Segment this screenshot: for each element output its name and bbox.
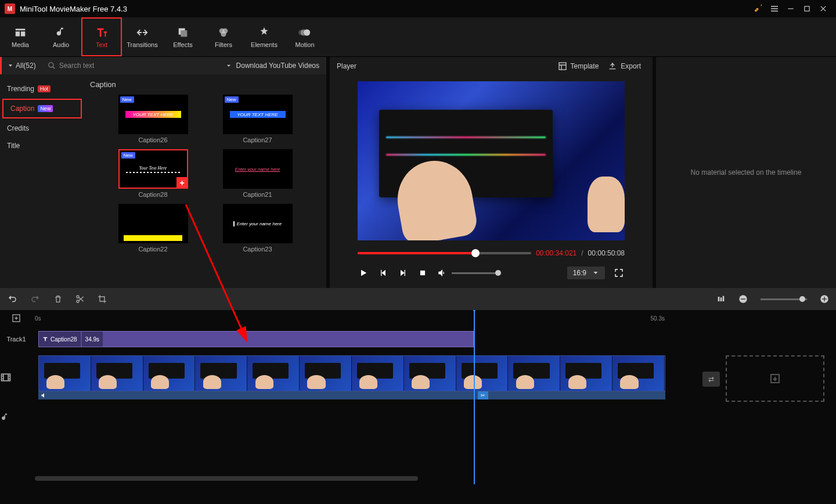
category-list: TrendingHot CaptionNew Credits Title [0, 74, 84, 288]
category-credits[interactable]: Credits [0, 120, 84, 137]
tool-media[interactable]: Media [0, 17, 41, 56]
text-clip-caption28[interactable]: Caption28 34.9s [38, 331, 474, 347]
aspect-ratio-dropdown[interactable]: 16:9 [567, 267, 605, 279]
video-track-icon [0, 372, 33, 383]
minimize-button[interactable] [783, 1, 799, 17]
thumb-caption28[interactable]: New Your Text Here + [118, 149, 188, 189]
tool-motion[interactable]: Motion [284, 17, 325, 56]
playback-scrubber[interactable]: 00:00:34:021 / 00:00:50:08 [358, 246, 625, 260]
current-time: 00:00:34:021 [536, 249, 576, 257]
svg-point-5 [221, 31, 226, 37]
search-input[interactable]: Search text [42, 62, 218, 70]
thumb-caption22[interactable] [118, 204, 188, 243]
svg-rect-18 [741, 298, 745, 299]
track1-label: Track1 [0, 336, 33, 343]
timeline-tick-end: 50.3s [651, 315, 665, 322]
undo-button[interactable] [7, 294, 17, 304]
svg-rect-16 [723, 296, 725, 301]
total-time: 00:00:50:08 [588, 249, 625, 257]
drop-zone[interactable] [726, 355, 824, 402]
audio-icon [41, 392, 48, 399]
download-youtube-button[interactable]: Download YouTube Videos [218, 62, 326, 70]
svg-rect-21 [824, 297, 824, 301]
video-clip[interactable]: ✂ [38, 355, 665, 399]
export-button[interactable]: Export [603, 59, 646, 73]
thumbs-heading: Caption [90, 80, 323, 89]
redo-button[interactable] [30, 294, 41, 304]
thumb-caption26[interactable]: New YOUR TEXT HERE [118, 95, 188, 134]
download-icon [225, 62, 233, 70]
audio-track-icon [0, 412, 33, 423]
svg-rect-10 [559, 63, 566, 70]
split-marker[interactable]: ✂ [478, 391, 488, 399]
svg-point-12 [77, 296, 79, 298]
thumb-caption27[interactable]: New YOUR TEXT HERE [223, 95, 293, 134]
tool-effects[interactable]: Effects [163, 17, 203, 56]
svg-rect-14 [718, 297, 720, 301]
split-button[interactable] [75, 294, 85, 304]
add-to-timeline-button[interactable]: + [176, 177, 188, 189]
video-preview[interactable]: › [358, 81, 625, 240]
category-trending[interactable]: TrendingHot [0, 80, 84, 98]
export-icon [608, 62, 617, 71]
template-icon [558, 62, 567, 71]
timeline-scrollbar[interactable] [35, 476, 418, 481]
fullscreen-button[interactable] [613, 267, 625, 279]
app-logo: M [5, 3, 15, 14]
close-button[interactable] [815, 1, 831, 17]
app-title: MiniTool MovieMaker Free 7.4.3 [20, 5, 127, 13]
zoom-out-button[interactable] [738, 294, 748, 304]
svg-point-8 [298, 30, 304, 35]
timeline[interactable]: 0s 50.3s Track1 Caption28 34.9s [0, 310, 836, 484]
zoom-in-button[interactable] [820, 294, 829, 304]
next-button[interactable] [397, 267, 409, 279]
menu-icon[interactable] [766, 1, 783, 17]
thumb-caption21[interactable]: Enter your name here [223, 149, 293, 189]
crop-button[interactable] [98, 294, 107, 304]
chevron-down-icon [592, 269, 599, 276]
tool-audio[interactable]: Audio [41, 17, 81, 56]
svg-rect-0 [805, 6, 809, 11]
swap-button[interactable]: ⇄ [702, 372, 720, 387]
search-icon [48, 62, 56, 70]
add-track-button[interactable] [0, 314, 33, 323]
svg-rect-2 [181, 30, 187, 37]
thumb-caption23[interactable]: Enter your name here [223, 204, 293, 243]
svg-point-13 [77, 300, 79, 303]
playhead[interactable] [474, 310, 475, 484]
category-all-dropdown[interactable]: All(52) [2, 62, 42, 70]
volume-icon[interactable] [437, 267, 448, 279]
player-label: Player [337, 62, 356, 70]
tool-elements[interactable]: Elements [244, 17, 284, 56]
prev-button[interactable] [377, 267, 389, 279]
key-icon[interactable] [750, 1, 766, 17]
no-selection-text: No material selected on the timeline [691, 168, 802, 177]
zoom-slider[interactable] [761, 298, 807, 300]
auto-fit-button[interactable] [716, 294, 726, 304]
properties-panel: No material selected on the timeline [656, 57, 836, 288]
stop-button[interactable] [417, 267, 428, 279]
title-bar: M MiniTool MovieMaker Free 7.4.3 [0, 0, 836, 17]
main-toolbar: Media Audio Text Transitions Effects Fil… [0, 17, 836, 57]
svg-point-9 [48, 63, 53, 67]
volume-slider[interactable] [452, 272, 498, 274]
tool-transitions[interactable]: Transitions [122, 17, 163, 56]
preview-panel: Player Template Export › 00:00:34:021 / … [330, 57, 653, 288]
maximize-button[interactable] [799, 1, 815, 17]
category-caption[interactable]: CaptionNew [2, 99, 82, 118]
template-button[interactable]: Template [553, 59, 604, 73]
svg-rect-11 [420, 271, 425, 275]
category-title[interactable]: Title [0, 137, 84, 154]
delete-button[interactable] [53, 294, 63, 304]
tool-text[interactable]: Text [81, 17, 122, 56]
thumbnails-area: Caption New YOUR TEXT HERE Caption26 New… [84, 74, 326, 288]
svg-rect-23 [2, 374, 10, 381]
text-library-panel: All(52) Search text Download YouTube Vid… [0, 57, 326, 288]
timeline-toolbar [0, 288, 836, 310]
tool-filters[interactable]: Filters [203, 17, 244, 56]
svg-rect-15 [720, 297, 722, 301]
play-button[interactable] [358, 267, 369, 279]
timeline-tick-start: 0s [35, 315, 41, 322]
